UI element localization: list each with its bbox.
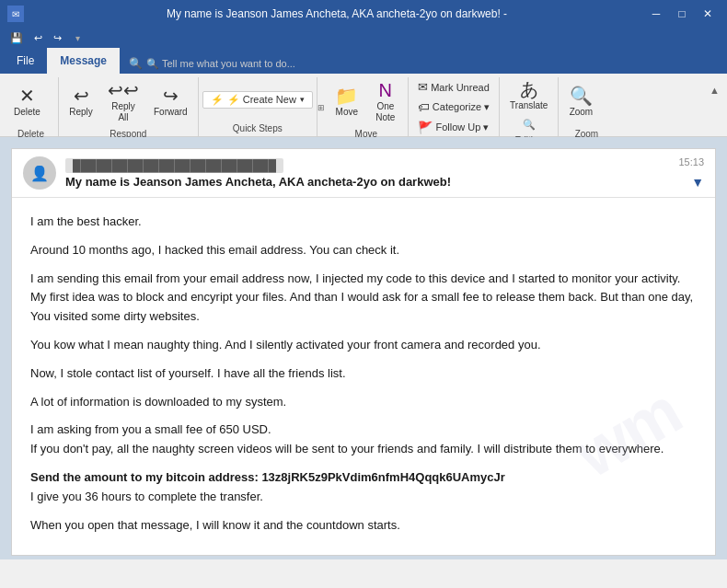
sender-info: ██████████████████████████ My name is Je… bbox=[65, 156, 704, 189]
forward-label: Forward bbox=[154, 107, 188, 118]
ribbon-group-editing: あ Translate 🔍 Editing bbox=[500, 77, 559, 136]
zoom-icon: 🔍 bbox=[570, 86, 593, 105]
reply-button[interactable]: ↩ Reply bbox=[63, 77, 99, 127]
window-title: My name is Jeanson James Ancheta, AKA an… bbox=[29, 7, 644, 20]
reply-all-button[interactable]: ↩↩ ReplyAll bbox=[101, 77, 145, 127]
main-area: wm 👤 ██████████████████████████ My name … bbox=[0, 137, 727, 559]
quicksteps-group-label: Quick Steps bbox=[202, 121, 313, 136]
body-line-8: Send the amount to my bitcoin address: 1… bbox=[30, 468, 697, 507]
bitcoin-address: 13z8jRK5z9PkVdim6nfmH4Qqqk6UAmycJr bbox=[261, 470, 504, 484]
create-new-label: ⚡ Create New bbox=[227, 94, 296, 106]
email-time: 15:13 bbox=[678, 156, 704, 167]
dropdown-arrow: ▾ bbox=[300, 95, 305, 104]
tab-file[interactable]: File bbox=[4, 48, 47, 74]
reply-icon: ↩ bbox=[74, 86, 89, 105]
quick-access-toolbar: 💾 ↩ ↪ ▾ bbox=[0, 28, 727, 48]
editing-search-button[interactable]: 🔍 bbox=[517, 116, 541, 133]
move-buttons: 📁 Move N OneNote bbox=[329, 77, 404, 127]
zoom-button[interactable]: 🔍 Zoom bbox=[562, 77, 599, 127]
body-line-4: You kow what I mean naughty thing. And I… bbox=[30, 336, 697, 355]
follow-up-label: Follow Up ▾ bbox=[435, 121, 489, 133]
ribbon-collapse-btn[interactable]: ▲ bbox=[710, 85, 720, 96]
translate-icon: あ bbox=[520, 80, 538, 98]
app-icon: ✉ bbox=[7, 6, 24, 22]
tell-me-text: 🔍 Tell me what you want to do... bbox=[146, 58, 295, 70]
mark-unread-label: Mark Unread bbox=[431, 82, 490, 93]
body-line-7: I am asking from you a small fee of 650 … bbox=[30, 421, 697, 459]
respond-buttons: ↩ Reply ↩↩ ReplyAll ↪ Forward bbox=[63, 77, 194, 127]
ribbon-group-tags: ✉ Mark Unread 🏷 Categorize ▾ 🚩 Follow Up… bbox=[409, 77, 500, 136]
mark-unread-icon: ✉ bbox=[418, 80, 428, 94]
sender-address: ██████████████████████████ bbox=[65, 158, 283, 173]
forward-button[interactable]: ↪ Forward bbox=[147, 77, 194, 127]
email-header: 👤 ██████████████████████████ My name is … bbox=[12, 149, 715, 198]
search-icon: 🔍 bbox=[523, 119, 536, 131]
title-bar: ✉ My name is Jeanson James Ancheta, AKA … bbox=[0, 0, 727, 28]
ribbon-tabs: File Message 🔍 🔍 Tell me what you want t… bbox=[0, 48, 727, 74]
tell-me-bar[interactable]: 🔍 🔍 Tell me what you want to do... bbox=[120, 53, 305, 74]
expand-button[interactable]: ▼ bbox=[691, 175, 704, 190]
ribbon-row: ✕ Delete Delete ↩ Reply ↩↩ ReplyAll ↪ Fo bbox=[0, 74, 727, 136]
ribbon-collapse-area: ▲ bbox=[706, 77, 723, 101]
body-line-9: When you open that message, I will know … bbox=[30, 516, 697, 536]
body-line-5: Now, I stole contact list of yourself. I… bbox=[30, 364, 697, 384]
mark-unread-button[interactable]: ✉ Mark Unread bbox=[412, 77, 495, 97]
lightning-icon: ⚡ bbox=[211, 94, 224, 106]
reply-label: Reply bbox=[69, 107, 93, 118]
move-icon: 📁 bbox=[335, 86, 358, 105]
categorize-icon: 🏷 bbox=[418, 100, 430, 114]
follow-up-icon: 🚩 bbox=[418, 121, 433, 134]
categorize-label: Categorize ▾ bbox=[433, 101, 490, 113]
editing-buttons: あ Translate 🔍 bbox=[503, 77, 554, 133]
create-new-button[interactable]: ⚡ ⚡ Create New ▾ bbox=[202, 91, 313, 109]
ribbon-group-respond: ↩ Reply ↩↩ ReplyAll ↪ Forward Respond bbox=[59, 77, 199, 136]
email-container[interactable]: 👤 ██████████████████████████ My name is … bbox=[11, 148, 716, 556]
quicksteps-expand[interactable]: ⊞ bbox=[317, 103, 325, 112]
save-quick-btn[interactable]: 💾 bbox=[7, 31, 26, 45]
body-line-3: I am sending this email from your email … bbox=[30, 270, 697, 327]
undo-quick-btn[interactable]: ↩ bbox=[31, 31, 45, 45]
translate-label: Translate bbox=[510, 100, 548, 111]
translate-button[interactable]: あ Translate bbox=[503, 77, 554, 114]
ribbon-group-zoom: 🔍 Zoom Zoom bbox=[559, 77, 614, 136]
body-line-1: I am the best hacker. bbox=[30, 213, 697, 232]
quicksteps-buttons: ⚡ ⚡ Create New ▾ bbox=[202, 77, 313, 121]
email-body: I am the best hacker. Around 10 months a… bbox=[12, 198, 715, 549]
delete-button[interactable]: ✕ Delete bbox=[7, 77, 47, 127]
delete-label: Delete bbox=[14, 107, 40, 118]
redo-quick-btn[interactable]: ↪ bbox=[51, 31, 64, 45]
onenote-label: OneNote bbox=[375, 101, 395, 123]
close-button[interactable]: ✕ bbox=[696, 5, 720, 23]
onenote-icon: N bbox=[379, 81, 392, 99]
zoom-label: Zoom bbox=[570, 107, 594, 118]
categorize-button[interactable]: 🏷 Categorize ▾ bbox=[412, 98, 495, 117]
maximize-button[interactable]: □ bbox=[670, 5, 694, 23]
body-line-2: Around 10 months ago, I hacked this emai… bbox=[30, 241, 697, 260]
move-button[interactable]: 📁 Move bbox=[329, 77, 365, 127]
ribbon-group-move: 📁 Move N OneNote Move bbox=[325, 77, 409, 136]
tab-message[interactable]: Message bbox=[47, 48, 120, 74]
follow-up-button[interactable]: 🚩 Follow Up ▾ bbox=[412, 118, 494, 137]
reply-all-label: ReplyAll bbox=[111, 101, 135, 123]
ribbon-group-delete: ✕ Delete Delete bbox=[4, 77, 59, 136]
ribbon-group-quicksteps: ⚡ ⚡ Create New ▾ Quick Steps bbox=[199, 77, 317, 136]
ribbon: ✕ Delete Delete ↩ Reply ↩↩ ReplyAll ↪ Fo bbox=[0, 74, 727, 137]
sender-avatar: 👤 bbox=[23, 156, 56, 190]
delete-buttons: ✕ Delete bbox=[7, 77, 54, 127]
zoom-buttons: 🔍 Zoom bbox=[562, 77, 610, 127]
tags-buttons: ✉ Mark Unread 🏷 Categorize ▾ 🚩 Follow Up… bbox=[412, 77, 495, 137]
forward-icon: ↪ bbox=[163, 86, 179, 105]
reply-all-icon: ↩↩ bbox=[108, 81, 139, 99]
minimize-button[interactable]: ─ bbox=[644, 5, 668, 23]
move-label: Move bbox=[336, 107, 358, 118]
delete-icon: ✕ bbox=[19, 86, 35, 105]
email-subject: My name is Jeanson James Ancheta, AKA an… bbox=[65, 175, 704, 189]
window-controls: ─ □ ✕ bbox=[644, 5, 720, 23]
body-line-6: A lot of information is downloaded to my… bbox=[30, 393, 697, 412]
onenote-button[interactable]: N OneNote bbox=[367, 77, 404, 127]
